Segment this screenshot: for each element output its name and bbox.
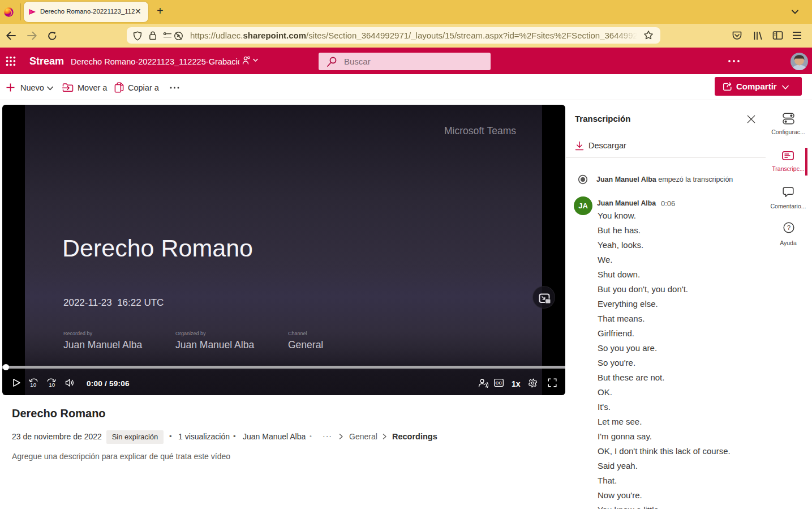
svg-text:10: 10 [49,382,55,387]
svg-text:10: 10 [30,382,36,387]
svg-text:?: ? [787,224,790,231]
svg-text:CC: CC [496,380,502,386]
